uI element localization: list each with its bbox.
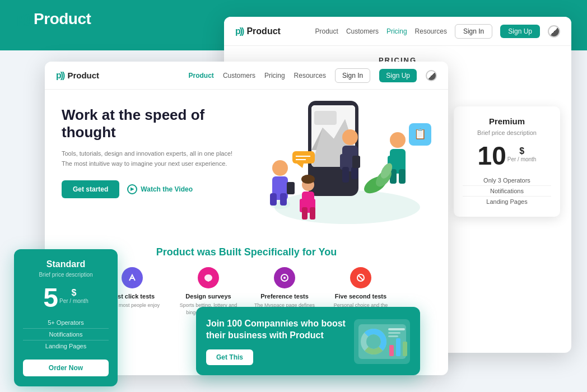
svg-rect-49 xyxy=(396,338,400,356)
svg-point-21 xyxy=(390,132,406,148)
front-logo-icon: p)) xyxy=(56,71,64,81)
play-icon: ▶ xyxy=(127,184,137,194)
front-logo: p)) Product xyxy=(56,71,99,81)
premium-title: Premium xyxy=(463,116,551,126)
cta-visual xyxy=(354,319,410,364)
svg-rect-52 xyxy=(388,332,400,334)
standard-dollar: $ xyxy=(59,288,88,298)
feature-name-4: Five second tests xyxy=(335,293,386,300)
standard-feature-3: Landing Pages xyxy=(23,340,109,352)
standard-desc: Brief price description xyxy=(23,272,109,278)
premium-dollar: $ xyxy=(507,146,537,156)
hero-subtitle: Tools, tutorials, design and innovation … xyxy=(62,149,241,169)
back-signin-button[interactable]: Sign In xyxy=(455,24,492,39)
cta-chart-svg xyxy=(356,321,409,362)
front-nav-product[interactable]: Product xyxy=(189,72,214,80)
hero-buttons: Get started ▶ Watch the Video xyxy=(62,180,241,198)
svg-rect-19 xyxy=(351,167,358,179)
svg-rect-7 xyxy=(270,193,277,206)
back-nav-resources[interactable]: Resources xyxy=(415,27,447,35)
back-navbar: p)) Product Product Customers Pricing Re… xyxy=(224,17,571,46)
feature-name-3: Preference tests xyxy=(260,293,309,300)
svg-rect-51 xyxy=(388,328,405,330)
svg-point-33 xyxy=(301,175,315,184)
front-theme-toggle[interactable] xyxy=(426,70,437,81)
front-nav-pricing[interactable]: Pricing xyxy=(264,72,285,80)
svg-rect-20 xyxy=(352,156,360,168)
standard-price-details: $ Per / month xyxy=(59,284,88,304)
premium-price-number: 10 xyxy=(478,143,506,169)
svg-point-41 xyxy=(283,277,286,279)
back-nav-links: Product Customers Pricing Resources Sign… xyxy=(315,24,560,39)
premium-card: Premium Brief price description 10 $ Per… xyxy=(454,106,560,217)
order-now-button[interactable]: Order Now xyxy=(23,360,109,376)
watch-video-label: Watch the Video xyxy=(141,185,193,193)
premium-feature-3: Landing Pages xyxy=(463,197,551,207)
hero-illustration: 📋 xyxy=(263,95,437,230)
standard-period: Per / month xyxy=(59,298,88,304)
back-nav-pricing[interactable]: Pricing xyxy=(386,27,407,35)
standard-feature-2: Notifications xyxy=(23,329,109,340)
svg-point-5 xyxy=(272,160,288,176)
cta-text-block: Join 100 Compannies who boost their busi… xyxy=(206,318,346,365)
svg-rect-9 xyxy=(287,182,295,194)
svg-rect-31 xyxy=(302,207,308,220)
svg-rect-50 xyxy=(403,342,407,356)
watch-video-button[interactable]: ▶ Watch the Video xyxy=(127,184,193,194)
features-title-rest: was Built Specifically for You xyxy=(197,246,337,258)
back-logo-text: Product xyxy=(246,26,280,36)
back-logo: p)) Product xyxy=(235,26,281,36)
back-logo-icon: p)) xyxy=(235,26,243,36)
front-nav-customers[interactable]: Customers xyxy=(223,72,255,80)
premium-features-list: Only 3 Operators Notifications Landing P… xyxy=(463,175,551,207)
feature-icon-first-click xyxy=(122,267,143,288)
svg-rect-10 xyxy=(292,151,315,164)
hero-text-block: Work at the speed of thought Tools, tuto… xyxy=(62,106,241,235)
front-signin-button[interactable]: Sign In xyxy=(335,68,370,83)
premium-price-row: 10 $ Per / month xyxy=(463,143,551,169)
feature-icon-five-second xyxy=(350,267,371,288)
svg-line-43 xyxy=(358,276,363,280)
back-signup-button[interactable]: Sign Up xyxy=(500,25,540,38)
svg-text:📋: 📋 xyxy=(414,128,427,140)
premium-desc: Brief price description xyxy=(463,129,551,136)
front-signup-button[interactable]: Sign Up xyxy=(379,69,417,82)
cta-title: Join 100 Compannies who boost their busi… xyxy=(206,318,346,342)
front-navbar: p)) Product Product Customers Pricing Re… xyxy=(45,62,448,90)
top-logo: p)) Product xyxy=(17,10,91,28)
standard-price-row: 5 $ Per / month xyxy=(23,284,109,311)
back-theme-toggle[interactable] xyxy=(548,25,560,38)
front-nav-resources[interactable]: Resources xyxy=(294,72,326,80)
standard-title: Standard xyxy=(23,259,109,269)
hero-section: Work at the speed of thought Tools, tuto… xyxy=(45,90,448,235)
premium-period: Per / month xyxy=(507,156,537,162)
top-logo-text: Product xyxy=(34,10,91,28)
svg-rect-24 xyxy=(398,156,404,171)
svg-rect-18 xyxy=(342,167,349,183)
standard-features-list: 5+ Operators Notifications Landing Pages xyxy=(23,317,109,352)
back-nav-product[interactable]: Product xyxy=(315,27,338,35)
feature-name-2: Design surveys xyxy=(185,293,231,300)
svg-rect-32 xyxy=(310,207,315,220)
svg-marker-11 xyxy=(297,164,304,168)
premium-price-details: $ Per / month xyxy=(507,143,537,162)
standard-feature-1: 5+ Operators xyxy=(23,317,109,329)
standard-pricing-card: Standard Brief price description 5 $ Per… xyxy=(14,249,118,386)
get-started-button[interactable]: Get started xyxy=(62,180,119,198)
standard-price-number: 5 xyxy=(43,284,58,311)
premium-feature-2: Notifications xyxy=(463,186,551,197)
illustration-people-svg: 📋 xyxy=(263,95,437,230)
svg-rect-53 xyxy=(388,335,398,337)
premium-feature-1: Only 3 Operators xyxy=(463,175,551,186)
svg-rect-26 xyxy=(399,169,406,184)
feature-icon-preference xyxy=(274,267,295,288)
svg-rect-48 xyxy=(389,345,394,356)
svg-rect-8 xyxy=(280,193,287,206)
features-title-product: Product xyxy=(156,246,197,258)
cta-card: Join 100 Compannies who boost their busi… xyxy=(196,307,420,375)
feature-icon-surveys xyxy=(198,267,219,288)
get-this-button[interactable]: Get This xyxy=(206,349,253,365)
front-logo-text: Product xyxy=(67,71,99,80)
back-nav-customers[interactable]: Customers xyxy=(346,27,379,35)
hero-title: Work at the speed of thought xyxy=(62,106,241,141)
